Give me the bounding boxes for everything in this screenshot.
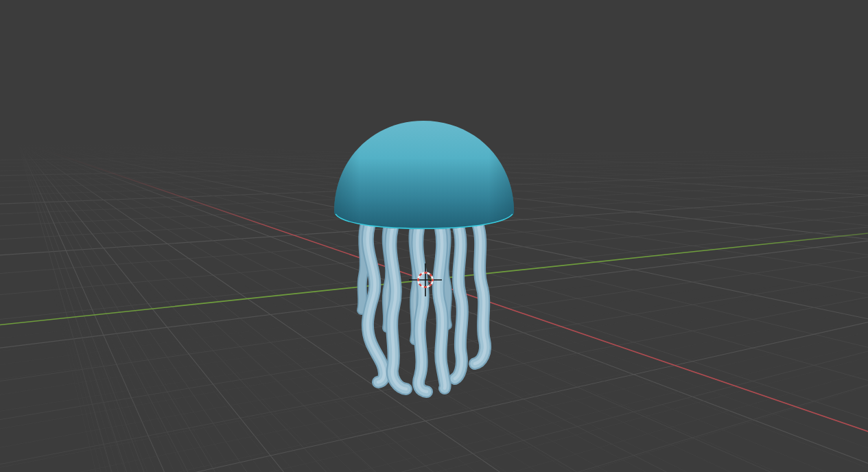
tentacle: [438, 228, 445, 388]
viewport-canvas[interactable]: [0, 0, 868, 472]
viewport-3d[interactable]: [0, 0, 868, 472]
tentacle: [455, 226, 462, 379]
